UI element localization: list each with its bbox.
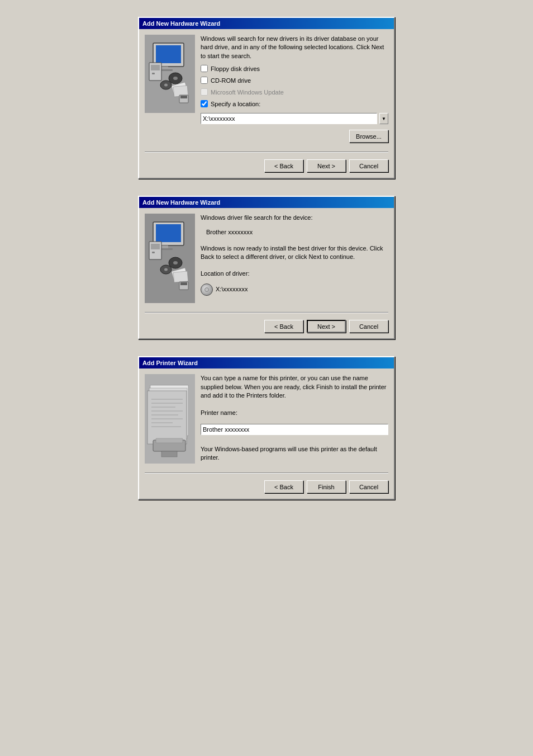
dialog1-checkbox-cdrom[interactable]: CD-ROM drive — [201, 77, 388, 84]
floppy-label: Floppy disk drives — [211, 65, 260, 72]
next-button-2[interactable]: Next > — [307, 320, 346, 333]
dialog3-titlebar: Add Printer Wizard — [139, 357, 394, 368]
dialog1-location-row: ▼ — [201, 113, 388, 124]
dialog1-titlebar: Add New Hardware Wizard — [139, 18, 394, 29]
dialog3-footer: < Back Finish Cancel — [139, 477, 394, 499]
cdrom-checkbox[interactable] — [201, 77, 208, 84]
dialog1-title: Add New Hardware Wizard — [142, 20, 220, 27]
wizard-illustration-3 — [145, 374, 195, 464]
dialog1-browse-row: Browse... — [201, 129, 388, 143]
dialog2-content: Windows driver file search for the devic… — [201, 214, 388, 303]
back-button-2[interactable]: < Back — [264, 320, 303, 333]
finish-button[interactable]: Finish — [307, 480, 346, 493]
svg-point-10 — [164, 84, 168, 87]
dialog1-footer: < Back Next > Cancel — [139, 156, 394, 178]
floppy-checkbox[interactable] — [201, 65, 208, 72]
dialog1-image — [145, 35, 195, 113]
dialog2-location-value: X:\xxxxxxxx — [216, 285, 248, 294]
next-button[interactable]: Next > — [307, 159, 346, 172]
back-button[interactable]: < Back — [264, 159, 303, 172]
dialog2-titlebar: Add New Hardware Wizard — [139, 197, 394, 208]
dialog2-ready-text: Windows is now ready to install the best… — [201, 244, 388, 262]
svg-rect-27 — [173, 271, 188, 282]
svg-rect-29 — [180, 282, 187, 285]
dialog3-intro-text: You can type a name for this printer, or… — [201, 374, 388, 400]
dialog2-device-name: Brother xxxxxxxx — [206, 228, 388, 237]
svg-rect-1 — [156, 45, 181, 63]
specify-checkbox[interactable] — [201, 100, 208, 107]
svg-rect-20 — [151, 244, 160, 249]
cd-icon — [201, 284, 213, 296]
cancel-button-3[interactable]: Cancel — [349, 480, 388, 493]
printer-name-input[interactable] — [201, 424, 388, 435]
svg-point-8 — [173, 77, 178, 80]
cdrom-label: CD-ROM drive — [211, 77, 251, 84]
wizard-illustration-1 — [145, 35, 195, 113]
dialog1-checkbox-floppy[interactable]: Floppy disk drives — [201, 65, 388, 72]
svg-rect-5 — [151, 65, 160, 70]
dialog2-image — [145, 214, 195, 303]
browse-button[interactable]: Browse... — [349, 130, 388, 143]
dialog3-image — [145, 374, 195, 464]
dialog3-title: Add Printer Wizard — [142, 360, 198, 366]
dialog2-footer: < Back Next > Cancel — [139, 316, 394, 338]
location-input[interactable] — [201, 113, 377, 124]
winupdate-checkbox — [201, 88, 208, 96]
dialog3-content: You can type a name for this printer, or… — [201, 374, 388, 464]
svg-point-25 — [164, 268, 168, 271]
dialog2: Add New Hardware Wizard — [138, 196, 395, 339]
dialog1-content: Windows will search for new drivers in i… — [201, 35, 388, 143]
svg-rect-42 — [156, 438, 183, 443]
svg-rect-21 — [152, 252, 155, 253]
winupdate-label: Microsoft Windows Update — [211, 89, 284, 96]
svg-rect-16 — [156, 224, 181, 242]
svg-rect-6 — [152, 73, 155, 74]
svg-rect-43 — [161, 451, 177, 457]
dialog2-location-value-row: X:\xxxxxxxx — [201, 284, 388, 296]
cancel-button[interactable]: Cancel — [349, 159, 388, 172]
dialog1: Add New Hardware Wizard — [138, 17, 395, 179]
cancel-button-2[interactable]: Cancel — [349, 320, 388, 333]
back-button-3[interactable]: < Back — [264, 480, 303, 493]
dialog3: Add Printer Wizard — [138, 356, 395, 500]
dialog2-title: Add New Hardware Wizard — [142, 199, 220, 206]
svg-rect-32 — [147, 391, 187, 444]
dialog3-default-text: Your Windows-based programs will use thi… — [201, 445, 388, 462]
dialog1-checkbox-winupdate: Microsoft Windows Update — [201, 88, 388, 96]
specify-label: Specify a location: — [211, 101, 260, 107]
dialog2-location-label: Location of driver: — [201, 270, 388, 278]
dialog1-body-text: Windows will search for new drivers in i… — [201, 35, 388, 60]
wizard-illustration-2 — [145, 214, 195, 303]
dialog1-checkbox-specify[interactable]: Specify a location: — [201, 100, 388, 107]
dialog3-printer-name-label: Printer name: — [201, 409, 388, 417]
dropdown-arrow[interactable]: ▼ — [379, 113, 388, 124]
svg-rect-14 — [180, 96, 187, 98]
svg-point-23 — [173, 261, 178, 264]
dialog2-search-label: Windows driver file search for the devic… — [201, 214, 388, 222]
